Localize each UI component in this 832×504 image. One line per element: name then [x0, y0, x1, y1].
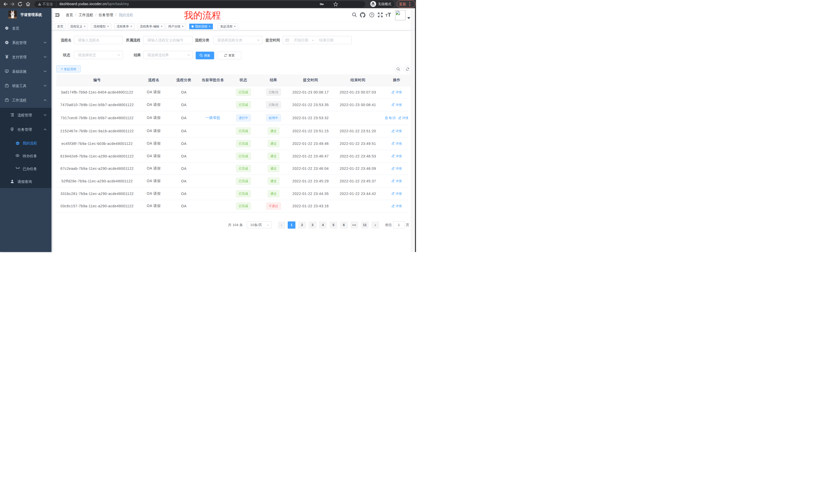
- svg-text:?: ?: [371, 13, 372, 17]
